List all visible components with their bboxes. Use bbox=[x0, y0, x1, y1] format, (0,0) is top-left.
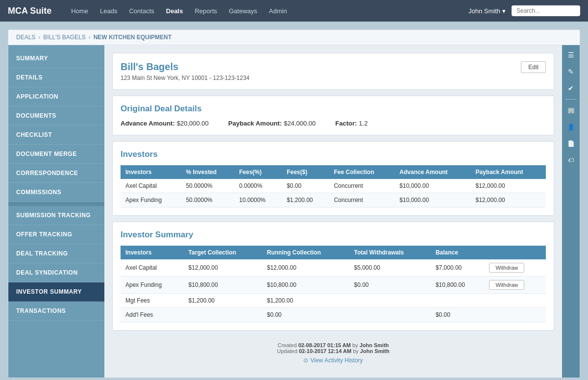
sidebar-item-submission-tracking[interactable]: SUBMISSION TRACKING bbox=[8, 206, 104, 225]
col-fees-dollar: Fees($) bbox=[282, 165, 329, 179]
sidebar-item-deal-syndication[interactable]: DEAL SYNDICATION bbox=[8, 263, 104, 282]
withdraw-button[interactable]: Withdraw bbox=[489, 280, 524, 290]
breadcrumb-bills-bagels[interactable]: BILL'S BAGELS bbox=[43, 34, 85, 41]
view-history-label: View Activity History bbox=[310, 357, 363, 364]
history-circle-icon: ⊙ bbox=[303, 357, 308, 364]
sum-investor-name: Mgt Fees bbox=[121, 294, 184, 308]
nav-contacts[interactable]: Contacts bbox=[129, 7, 154, 15]
business-name: Bill's Bagels bbox=[121, 61, 249, 73]
inv-payback: $12,000.00 bbox=[471, 193, 546, 207]
right-document-icon[interactable]: 📄 bbox=[563, 136, 579, 152]
col-payback-amount: Payback Amount bbox=[471, 165, 546, 179]
sum-investor-name: Add'l Fees bbox=[121, 308, 184, 322]
right-edit-icon[interactable]: ✎ bbox=[563, 64, 579, 79]
advance-label: Advance Amount: bbox=[121, 120, 175, 127]
investor-summary-row: Mgt Fees $1,200.00 $1,200.00 bbox=[121, 294, 546, 308]
right-check-icon[interactable]: ✔ bbox=[563, 80, 579, 96]
sidebar-item-offer-tracking[interactable]: OFFER TRACKING bbox=[8, 225, 104, 244]
inv-advance: $10,000.00 bbox=[394, 193, 470, 207]
sum-running: $0.00 bbox=[262, 308, 349, 322]
sidebar-item-commissions[interactable]: COMMISSIONS bbox=[8, 183, 104, 202]
sum-action bbox=[484, 294, 546, 308]
col-fees-pct: Fees(%) bbox=[234, 165, 282, 179]
sum-withdrawals: $0.00 bbox=[349, 277, 431, 294]
nav-gateways[interactable]: Gateways bbox=[229, 7, 257, 15]
right-building-icon[interactable]: 🏢 bbox=[563, 102, 579, 118]
dropdown-arrow-icon: ▾ bbox=[502, 7, 506, 15]
view-history-link[interactable]: ⊙ View Activity History bbox=[303, 357, 363, 364]
sidebar-item-correspondence[interactable]: CORRESPONDENCE bbox=[8, 164, 104, 183]
factor-item: Factor: 1.2 bbox=[335, 120, 368, 127]
sum-withdrawals bbox=[349, 294, 431, 308]
investor-summary-row: Apex Funding $10,800.00 $10,800.00 $0.00… bbox=[121, 277, 546, 294]
sidebar-item-application[interactable]: APPLICATION bbox=[8, 87, 104, 106]
created-line: Created 02-08-2017 01:15 AM by John Smit… bbox=[118, 342, 548, 348]
original-deal-title: Original Deal Details bbox=[121, 104, 546, 114]
factor-value: 1.2 bbox=[359, 120, 368, 127]
sidebar-item-deal-tracking[interactable]: DEAL TRACKING bbox=[8, 244, 104, 263]
created-by: John Smith bbox=[360, 342, 389, 348]
sum-investor-name: Axel Capital bbox=[121, 259, 184, 277]
sidebar-divider bbox=[8, 202, 104, 206]
inv-fees-pct: 0.0000% bbox=[234, 179, 282, 193]
sidebar-item-document-merge[interactable]: DOCUMENT MERGE bbox=[8, 145, 104, 164]
nav-deals[interactable]: Deals bbox=[166, 7, 183, 15]
sum-col-target: Target Collection bbox=[184, 246, 262, 259]
right-person-icon[interactable]: 👤 bbox=[563, 119, 579, 135]
business-info: Bill's Bagels 123 Main St New York, NY 1… bbox=[121, 61, 249, 81]
user-menu[interactable]: John Smith ▾ bbox=[468, 7, 506, 15]
sidebar-item-checklist[interactable]: CHECKLIST bbox=[8, 126, 104, 145]
nav-admin[interactable]: Admin bbox=[269, 7, 287, 15]
col-advance-amount: Advance Amount bbox=[394, 165, 470, 179]
sum-col-running: Running Collection bbox=[262, 246, 349, 259]
sum-col-investors: Investors bbox=[121, 246, 184, 259]
created-by-label: by bbox=[352, 342, 358, 348]
sum-withdrawals bbox=[349, 308, 431, 322]
payback-label: Payback Amount: bbox=[228, 120, 282, 127]
sum-target bbox=[184, 308, 262, 322]
investor-summary-section: Investor Summary Investors Target Collec… bbox=[112, 222, 554, 330]
advance-value: $20,000.00 bbox=[177, 120, 209, 127]
sidebar-item-summary[interactable]: SUMMARY bbox=[8, 49, 104, 68]
sum-balance: $0.00 bbox=[431, 308, 484, 322]
right-menu-icon[interactable]: ☰ bbox=[563, 47, 579, 63]
sum-balance bbox=[431, 294, 484, 308]
withdraw-button[interactable]: Withdraw bbox=[489, 263, 524, 273]
nav-reports[interactable]: Reports bbox=[195, 7, 217, 15]
inv-fees-dollar: $0.00 bbox=[282, 179, 329, 193]
sidebar-item-documents[interactable]: DOCUMENTS bbox=[8, 106, 104, 126]
main-wrapper: DEALS › BILL'S BAGELS › NEW KITCHEN EQUI… bbox=[0, 22, 588, 380]
nav-leads[interactable]: Leads bbox=[100, 7, 117, 15]
updated-date: 02-10-2017 12:14 AM bbox=[299, 348, 351, 354]
sidebar-item-investor-summary[interactable]: INVESTOR SUMMARY bbox=[8, 282, 104, 302]
investor-summary-row: Axel Capital $12,000.00 $12,000.00 $5,00… bbox=[121, 259, 546, 277]
advance-amount-item: Advance Amount: $20,000.00 bbox=[121, 120, 209, 127]
created-label: Created bbox=[277, 342, 296, 348]
payback-value: $24,000.00 bbox=[284, 120, 316, 127]
sidebar-item-transactions[interactable]: TRANSACTIONS bbox=[8, 302, 104, 321]
inv-fee-collection: Concurrent bbox=[329, 179, 394, 193]
main-content: Bill's Bagels 123 Main St New York, NY 1… bbox=[104, 45, 562, 378]
app-brand: MCA Suite bbox=[8, 6, 51, 16]
top-navigation: MCA Suite Home Leads Contacts Deals Repo… bbox=[0, 0, 588, 22]
sum-target: $12,000.00 bbox=[184, 259, 262, 277]
inv-advance: $10,000.00 bbox=[394, 179, 470, 193]
sum-withdrawals: $5,000.00 bbox=[349, 259, 431, 277]
created-date: 02-08-2017 01:15 AM bbox=[298, 342, 351, 348]
sum-action: Withdraw bbox=[484, 259, 546, 277]
user-name: John Smith bbox=[468, 7, 500, 15]
edit-button[interactable]: Edit bbox=[521, 61, 546, 73]
sum-col-balance: Balance bbox=[431, 246, 484, 259]
investors-table-row: Apex Funding 50.0000% 10.0000% $1,200.00… bbox=[121, 193, 546, 207]
sum-col-withdrawals: Total Withdrawals bbox=[349, 246, 431, 259]
updated-by: John Smith bbox=[360, 348, 390, 354]
nav-home[interactable]: Home bbox=[71, 7, 88, 15]
sidebar: SUMMARY DETAILS APPLICATION DOCUMENTS CH… bbox=[8, 45, 104, 378]
inv-pct: 50.0000% bbox=[181, 179, 234, 193]
sum-target: $1,200.00 bbox=[184, 294, 262, 308]
sidebar-item-details[interactable]: DETAILS bbox=[8, 68, 104, 87]
right-tag-icon[interactable]: 🏷 bbox=[563, 152, 579, 168]
footer-meta: Created 02-08-2017 01:15 AM by John Smit… bbox=[112, 336, 554, 370]
breadcrumb-deals[interactable]: DEALS bbox=[16, 34, 35, 41]
search-input[interactable] bbox=[512, 5, 580, 16]
